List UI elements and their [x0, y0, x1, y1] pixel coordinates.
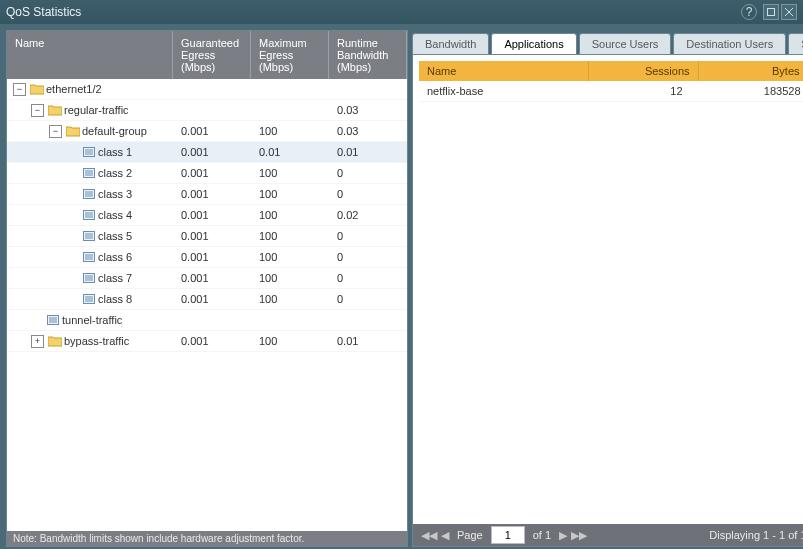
class-node-icon	[82, 293, 96, 305]
qos-statistics-window: QoS Statistics ? Name Guaranteed Egress …	[0, 0, 803, 549]
cell-g: 0.001	[173, 293, 251, 305]
tab-applications[interactable]: Applications	[491, 33, 576, 54]
tree-row[interactable]: class 60.0011000	[7, 247, 407, 268]
apps-col-sessions[interactable]: Sessions	[589, 61, 699, 81]
tree-row-label: class 2	[98, 167, 132, 179]
pager-first-icon[interactable]: ◀◀	[421, 529, 437, 542]
class-node-icon	[82, 188, 96, 200]
tree-row[interactable]: class 30.0011000	[7, 184, 407, 205]
col-header-name[interactable]: Name	[7, 31, 173, 79]
close-button[interactable]	[781, 4, 797, 20]
collapse-icon[interactable]: −	[49, 125, 62, 138]
cell-r: 0	[329, 293, 407, 305]
col-header-runtime[interactable]: Runtime Bandwidth (Mbps)	[329, 31, 407, 79]
app-sessions: 12	[573, 85, 691, 97]
apps-header: Name Sessions Bytes	[419, 61, 803, 81]
cell-m: 100	[251, 335, 329, 347]
app-name: netflix-base	[419, 85, 573, 97]
cell-r: 0	[329, 188, 407, 200]
apps-col-bytes[interactable]: Bytes	[699, 61, 803, 81]
toggle-placeholder	[67, 210, 78, 221]
apps-row[interactable]: netflix-base12183528	[419, 81, 803, 102]
folder-icon	[48, 104, 62, 116]
collapse-icon[interactable]: −	[31, 104, 44, 117]
folder-icon	[66, 125, 80, 137]
maximize-button[interactable]	[763, 4, 779, 20]
pager-last-icon[interactable]: ▶▶	[571, 529, 587, 542]
tree-row[interactable]: class 40.0011000.02	[7, 205, 407, 226]
toggle-placeholder	[67, 189, 78, 200]
body: Name Guaranteed Egress (Mbps) Maximum Eg…	[0, 24, 803, 549]
toggle-placeholder	[31, 315, 42, 326]
tree-row[interactable]: −regular-traffic0.03	[7, 100, 407, 121]
class-node-icon	[82, 272, 96, 284]
tree-row-label: tunnel-traffic	[62, 314, 122, 326]
tree-body[interactable]: −ethernet1/2−regular-traffic0.03−default…	[7, 79, 407, 531]
tree-row-label: class 6	[98, 251, 132, 263]
cell-g: 0.001	[173, 188, 251, 200]
expand-icon[interactable]: +	[31, 335, 44, 348]
cell-m: 100	[251, 230, 329, 242]
help-icon[interactable]: ?	[741, 4, 757, 20]
tab-s[interactable]: S	[788, 33, 803, 54]
tree-row[interactable]: class 70.0011000	[7, 268, 407, 289]
class-node-icon	[46, 314, 60, 326]
tree-row-label: ethernet1/2	[46, 83, 102, 95]
tree-row[interactable]: class 80.0011000	[7, 289, 407, 310]
svg-rect-0	[768, 9, 775, 16]
pager-page-input[interactable]	[491, 526, 525, 544]
tab-bandwidth[interactable]: Bandwidth	[412, 33, 489, 54]
apps-rows[interactable]: netflix-base12183528	[419, 81, 803, 524]
folder-icon	[48, 335, 62, 347]
tabstrip: BandwidthApplicationsSource UsersDestina…	[412, 30, 803, 54]
class-node-icon	[82, 146, 96, 158]
toggle-placeholder	[67, 273, 78, 284]
collapse-icon[interactable]: −	[13, 83, 26, 96]
cell-r: 0.03	[329, 104, 407, 116]
tree-row[interactable]: −default-group0.0011000.03	[7, 121, 407, 142]
tree-row-label: regular-traffic	[64, 104, 129, 116]
tab-destination-users[interactable]: Destination Users	[673, 33, 786, 54]
tree-row[interactable]: −ethernet1/2	[7, 79, 407, 100]
window-controls: ?	[741, 4, 797, 20]
apps-col-name[interactable]: Name	[419, 61, 589, 81]
cell-g: 0.001	[173, 167, 251, 179]
tree-row[interactable]: +bypass-traffic0.0011000.01	[7, 331, 407, 352]
cell-m: 0.01	[251, 146, 329, 158]
tree-footer-note: Note: Bandwidth limits shown include har…	[7, 531, 407, 546]
col-header-maximum[interactable]: Maximum Egress (Mbps)	[251, 31, 329, 79]
tree-row-label: bypass-traffic	[64, 335, 129, 347]
cell-m: 100	[251, 167, 329, 179]
tree-row[interactable]: tunnel-traffic	[7, 310, 407, 331]
cell-m: 100	[251, 251, 329, 263]
toggle-placeholder	[67, 168, 78, 179]
cell-g: 0.001	[173, 146, 251, 158]
tree-row[interactable]: class 50.0011000	[7, 226, 407, 247]
cell-r: 0	[329, 251, 407, 263]
col-header-guaranteed[interactable]: Guaranteed Egress (Mbps)	[173, 31, 251, 79]
pager-prev-icon[interactable]: ◀	[441, 529, 449, 542]
window-title: QoS Statistics	[6, 5, 81, 19]
pager: ◀◀ ◀ Page of 1 ▶ ▶▶ Displaying 1 - 1 of …	[413, 524, 803, 546]
tree-row-label: class 8	[98, 293, 132, 305]
pager-next-icon[interactable]: ▶	[559, 529, 567, 542]
toggle-placeholder	[67, 231, 78, 242]
cell-r: 0.02	[329, 209, 407, 221]
cell-g: 0.001	[173, 335, 251, 347]
tree-row[interactable]: class 20.0011000	[7, 163, 407, 184]
cell-g: 0.001	[173, 230, 251, 242]
toggle-placeholder	[67, 294, 78, 305]
tab-source-users[interactable]: Source Users	[579, 33, 672, 54]
class-node-icon	[82, 251, 96, 263]
class-node-icon	[82, 230, 96, 242]
tree-row[interactable]: class 10.0010.010.01	[7, 142, 407, 163]
cell-g: 0.001	[173, 125, 251, 137]
toggle-placeholder	[67, 252, 78, 263]
class-node-icon	[82, 209, 96, 221]
cell-r: 0	[329, 230, 407, 242]
tree-row-label: class 5	[98, 230, 132, 242]
qos-tree-panel: Name Guaranteed Egress (Mbps) Maximum Eg…	[6, 30, 408, 547]
titlebar: QoS Statistics ?	[0, 0, 803, 24]
pager-page-label: Page	[457, 529, 483, 541]
pager-displaying: Displaying 1 - 1 of 1	[709, 529, 803, 541]
